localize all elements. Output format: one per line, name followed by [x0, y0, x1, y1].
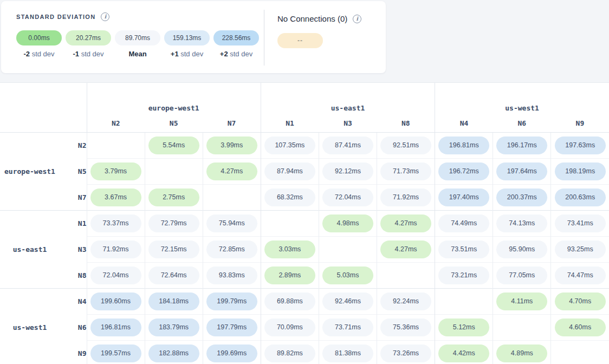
- latency-pill[interactable]: 197.40ms: [438, 188, 489, 206]
- latency-pill[interactable]: 75.36ms: [380, 318, 431, 336]
- latency-cell[interactable]: 75.94ms: [203, 211, 261, 237]
- latency-pill[interactable]: 73.21ms: [438, 266, 489, 284]
- latency-pill[interactable]: 87.41ms: [322, 136, 373, 154]
- latency-pill[interactable]: 75.94ms: [206, 214, 257, 232]
- latency-cell[interactable]: 197.40ms: [435, 185, 493, 211]
- latency-cell[interactable]: 77.05ms: [493, 263, 551, 289]
- latency-pill[interactable]: 71.92ms: [380, 188, 431, 206]
- latency-pill[interactable]: 87.94ms: [264, 162, 315, 180]
- latency-pill[interactable]: 196.17ms: [496, 136, 547, 154]
- latency-pill[interactable]: 4.89ms: [496, 344, 547, 362]
- latency-pill[interactable]: 197.63ms: [555, 136, 606, 154]
- latency-cell[interactable]: 72.79ms: [145, 211, 203, 237]
- latency-cell[interactable]: 74.13ms: [493, 211, 551, 237]
- latency-pill[interactable]: 73.51ms: [438, 240, 489, 258]
- latency-pill[interactable]: 74.49ms: [438, 214, 489, 232]
- latency-cell[interactable]: 4.98ms: [319, 211, 377, 237]
- latency-pill[interactable]: 5.03ms: [322, 266, 373, 284]
- latency-pill[interactable]: 73.41ms: [555, 214, 606, 232]
- latency-cell[interactable]: 89.82ms: [261, 341, 319, 364]
- latency-cell[interactable]: 87.41ms: [319, 133, 377, 159]
- latency-pill[interactable]: 92.46ms: [322, 292, 373, 310]
- latency-pill[interactable]: 71.92ms: [90, 240, 141, 258]
- latency-cell[interactable]: 72.85ms: [203, 237, 261, 263]
- latency-cell[interactable]: 197.79ms: [203, 315, 261, 341]
- latency-cell[interactable]: 199.79ms: [203, 289, 261, 315]
- latency-cell[interactable]: 4.27ms: [377, 211, 435, 237]
- latency-cell[interactable]: 198.19ms: [551, 159, 609, 185]
- latency-pill[interactable]: 73.71ms: [322, 318, 373, 336]
- latency-pill[interactable]: 107.35ms: [264, 136, 315, 154]
- info-icon[interactable]: i: [101, 12, 109, 21]
- latency-pill[interactable]: 184.18ms: [148, 292, 199, 310]
- latency-pill[interactable]: 4.42ms: [438, 344, 489, 362]
- latency-pill[interactable]: 200.37ms: [496, 188, 547, 206]
- latency-cell[interactable]: 70.09ms: [261, 315, 319, 341]
- latency-cell[interactable]: 199.60ms: [87, 289, 145, 315]
- latency-pill[interactable]: 5.12ms: [438, 318, 489, 336]
- latency-pill[interactable]: 4.60ms: [555, 318, 606, 336]
- latency-pill[interactable]: 72.15ms: [148, 240, 199, 258]
- latency-pill[interactable]: 199.69ms: [206, 344, 257, 362]
- latency-pill[interactable]: 199.57ms: [90, 344, 141, 362]
- latency-cell[interactable]: 73.21ms: [435, 263, 493, 289]
- latency-pill[interactable]: 74.47ms: [555, 266, 606, 284]
- info-icon[interactable]: i: [353, 15, 361, 23]
- latency-pill[interactable]: 92.24ms: [380, 292, 431, 310]
- latency-cell[interactable]: 107.35ms: [261, 133, 319, 159]
- latency-pill[interactable]: 92.51ms: [380, 136, 431, 154]
- latency-cell[interactable]: 73.37ms: [87, 211, 145, 237]
- latency-pill[interactable]: 77.05ms: [496, 266, 547, 284]
- latency-cell[interactable]: 197.64ms: [493, 159, 551, 185]
- latency-pill[interactable]: 72.85ms: [206, 240, 257, 258]
- latency-cell[interactable]: 3.67ms: [87, 185, 145, 211]
- latency-pill[interactable]: 68.32ms: [264, 188, 315, 206]
- latency-cell[interactable]: 81.38ms: [319, 341, 377, 364]
- latency-cell[interactable]: 196.72ms: [435, 159, 493, 185]
- latency-pill[interactable]: 73.26ms: [380, 344, 431, 362]
- latency-cell[interactable]: 93.25ms: [551, 237, 609, 263]
- latency-pill[interactable]: 72.04ms: [322, 188, 373, 206]
- latency-pill[interactable]: 72.79ms: [148, 214, 199, 232]
- latency-cell[interactable]: 87.94ms: [261, 159, 319, 185]
- latency-cell[interactable]: 183.79ms: [145, 315, 203, 341]
- latency-pill[interactable]: 70.09ms: [264, 318, 315, 336]
- latency-cell[interactable]: 3.03ms: [261, 237, 319, 263]
- latency-cell[interactable]: 5.12ms: [435, 315, 493, 341]
- latency-cell[interactable]: 73.26ms: [377, 341, 435, 364]
- latency-pill[interactable]: 198.19ms: [555, 162, 606, 180]
- latency-cell[interactable]: 71.92ms: [87, 237, 145, 263]
- latency-cell[interactable]: 199.57ms: [87, 341, 145, 364]
- latency-cell[interactable]: 182.88ms: [145, 341, 203, 364]
- latency-cell[interactable]: 184.18ms: [145, 289, 203, 315]
- latency-pill[interactable]: 92.12ms: [322, 162, 373, 180]
- latency-cell[interactable]: 73.71ms: [319, 315, 377, 341]
- latency-cell[interactable]: 95.90ms: [493, 237, 551, 263]
- latency-pill[interactable]: 183.79ms: [148, 318, 199, 336]
- latency-pill[interactable]: 3.79ms: [90, 162, 141, 180]
- latency-cell[interactable]: 5.03ms: [319, 263, 377, 289]
- latency-pill[interactable]: 3.67ms: [90, 188, 141, 206]
- latency-cell[interactable]: 92.46ms: [319, 289, 377, 315]
- latency-cell[interactable]: 71.92ms: [377, 185, 435, 211]
- latency-pill[interactable]: 72.04ms: [90, 266, 141, 284]
- latency-cell[interactable]: 73.41ms: [551, 211, 609, 237]
- latency-cell[interactable]: 199.69ms: [203, 341, 261, 364]
- latency-cell[interactable]: 72.64ms: [145, 263, 203, 289]
- latency-cell[interactable]: 196.81ms: [87, 315, 145, 341]
- latency-cell[interactable]: 196.81ms: [435, 133, 493, 159]
- latency-cell[interactable]: 4.60ms: [551, 315, 609, 341]
- latency-pill[interactable]: 89.82ms: [264, 344, 315, 362]
- latency-pill[interactable]: 4.11ms: [496, 292, 547, 310]
- latency-pill[interactable]: 200.63ms: [555, 188, 606, 206]
- latency-pill[interactable]: 81.38ms: [322, 344, 373, 362]
- latency-cell[interactable]: 71.73ms: [377, 159, 435, 185]
- latency-pill[interactable]: 4.27ms: [380, 214, 431, 232]
- latency-cell[interactable]: 4.89ms: [493, 341, 551, 364]
- latency-pill[interactable]: 4.27ms: [380, 240, 431, 258]
- latency-cell[interactable]: 74.47ms: [551, 263, 609, 289]
- latency-cell[interactable]: 92.51ms: [377, 133, 435, 159]
- latency-cell[interactable]: 4.27ms: [203, 159, 261, 185]
- latency-cell[interactable]: 3.99ms: [203, 133, 261, 159]
- latency-cell[interactable]: 4.27ms: [377, 237, 435, 263]
